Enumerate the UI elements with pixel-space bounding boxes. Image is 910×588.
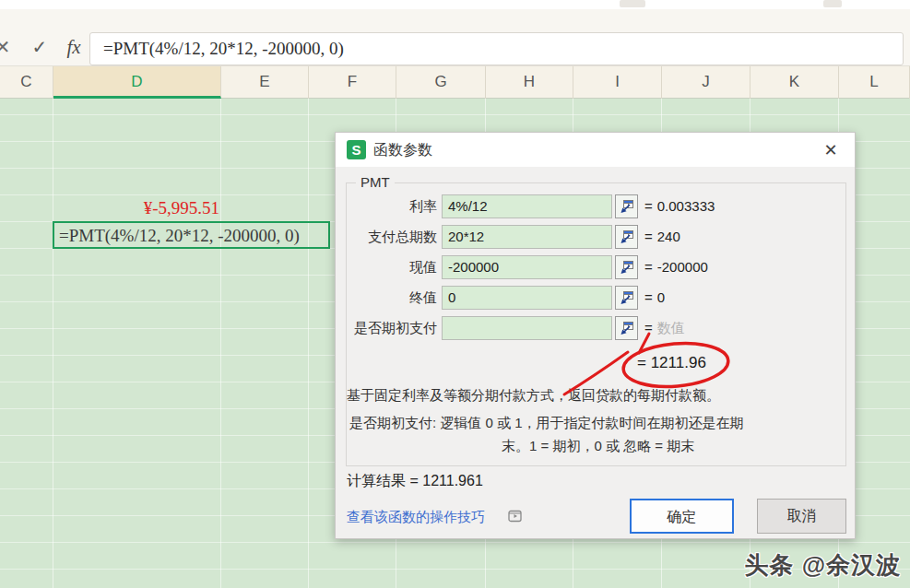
range-picker-icon — [619, 260, 634, 276]
param-result-value: 240 — [657, 229, 680, 244]
param-result: =-200000 — [644, 255, 708, 279]
param-label: 是否期初支付 — [345, 316, 437, 340]
range-picker-button[interactable] — [615, 286, 638, 310]
range-picker-button[interactable] — [615, 194, 638, 218]
equals-sign: = — [644, 198, 653, 214]
pv-input[interactable]: -200000 — [442, 255, 612, 279]
screenshot-root: ✕ ✓ fx =PMT(4%/12, 20*12, -200000, 0) C … — [0, 0, 910, 588]
param-help-line2: 末。1 = 期初，0 或 忽略 = 期末 — [502, 438, 852, 455]
formula-result-value: = 1211.96 — [637, 354, 706, 372]
function-tips-link[interactable]: 查看该函数的操作技巧 — [347, 509, 485, 526]
range-picker-icon — [619, 290, 634, 306]
column-header-g[interactable]: G — [396, 66, 486, 99]
type-input[interactable] — [442, 316, 612, 340]
param-result-value: 数值 — [657, 320, 685, 335]
column-header-d[interactable]: D — [53, 66, 221, 99]
param-result-value: 0.003333 — [657, 198, 715, 214]
column-header-i[interactable]: I — [573, 66, 662, 99]
cancel-entry-icon[interactable]: ✕ — [0, 33, 14, 61]
top-cropped-ui-fragment — [823, 0, 842, 7]
close-icon[interactable]: ✕ — [819, 138, 843, 162]
equals-sign: = — [644, 320, 653, 335]
column-header-c[interactable]: C — [0, 66, 53, 99]
range-picker-button[interactable] — [615, 225, 638, 249]
range-picker-icon — [619, 321, 634, 336]
column-header-l[interactable]: L — [839, 66, 910, 99]
param-result: =0 — [644, 286, 665, 310]
cancel-button[interactable]: 取消 — [757, 499, 846, 534]
column-header-e[interactable]: E — [221, 66, 309, 99]
param-row-nper: 支付总期数 20*12 =240 — [336, 225, 857, 249]
dialog-titlebar[interactable]: S 函数参数 ✕ — [336, 133, 855, 167]
range-picker-button[interactable] — [615, 316, 638, 340]
param-label: 利率 — [345, 194, 437, 218]
gridline — [53, 99, 53, 588]
param-help-line1: 是否期初支付: 逻辑值 0 或 1，用于指定付款时间在期初还是在期 — [349, 415, 852, 432]
fv-input[interactable]: 0 — [442, 286, 612, 310]
wps-logo-icon: S — [347, 140, 366, 159]
cell-currency-value[interactable]: ¥-5,995.51 — [53, 195, 219, 221]
param-row-pv: 现值 -200000 =-200000 — [336, 255, 857, 279]
gridline — [308, 99, 309, 588]
column-header-h[interactable]: H — [486, 66, 573, 99]
equals-sign: = — [644, 289, 653, 305]
param-result: =240 — [644, 225, 680, 249]
rate-input[interactable]: 4%/12 — [442, 194, 612, 218]
formula-input[interactable]: =PMT(4%/12, 20*12, -200000, 0) — [89, 32, 904, 65]
param-result-value: 0 — [657, 289, 665, 305]
top-strip — [0, 0, 910, 9]
calc-result-label: 计算结果 = 1211.961 — [347, 472, 483, 491]
dialog-title: 函数参数 — [373, 140, 432, 159]
column-header-k[interactable]: K — [750, 66, 839, 99]
param-row-rate: 利率 4%/12 =0.003333 — [336, 194, 857, 218]
param-result: =0.003333 — [644, 194, 715, 218]
function-description: 基于固定利率及等额分期付款方式，返回贷款的每期付款额。 — [347, 387, 845, 405]
active-cell-formula[interactable]: =PMT(4%/12, 20*12, -200000, 0) — [53, 221, 330, 249]
param-label: 支付总期数 — [345, 225, 437, 249]
video-tips-icon[interactable] — [508, 510, 523, 525]
column-header-f[interactable]: F — [309, 66, 396, 99]
gridline — [220, 99, 221, 588]
param-result: =数值 — [644, 316, 685, 340]
range-picker-button[interactable] — [615, 255, 638, 279]
function-name-label: PMT — [356, 174, 395, 190]
range-picker-icon — [619, 199, 634, 215]
formula-bar: ✕ ✓ fx =PMT(4%/12, 20*12, -200000, 0) — [0, 9, 910, 66]
top-cropped-ui-fragment — [620, 0, 645, 7]
param-label: 终值 — [345, 286, 437, 310]
equals-sign: = — [644, 259, 653, 275]
ok-button[interactable]: 确定 — [630, 499, 734, 534]
equals-sign: = — [644, 229, 653, 244]
param-label: 现值 — [345, 255, 437, 279]
toutiao-watermark: 头条 @余汉波 — [744, 549, 901, 582]
column-header-j[interactable]: J — [662, 66, 750, 99]
param-row-type: 是否期初支付 =数值 — [336, 316, 857, 340]
function-arguments-dialog: S 函数参数 ✕ PMT 利率 4%/12 =0.003333 — [335, 132, 856, 539]
confirm-entry-icon[interactable]: ✓ — [28, 33, 52, 61]
insert-function-icon[interactable]: fx — [59, 33, 89, 61]
range-picker-icon — [619, 229, 634, 245]
column-header-row: C D E F G H I J K L — [0, 66, 910, 99]
param-result-value: -200000 — [657, 259, 708, 275]
param-row-fv: 终值 0 =0 — [336, 286, 857, 310]
nper-input[interactable]: 20*12 — [442, 225, 612, 249]
